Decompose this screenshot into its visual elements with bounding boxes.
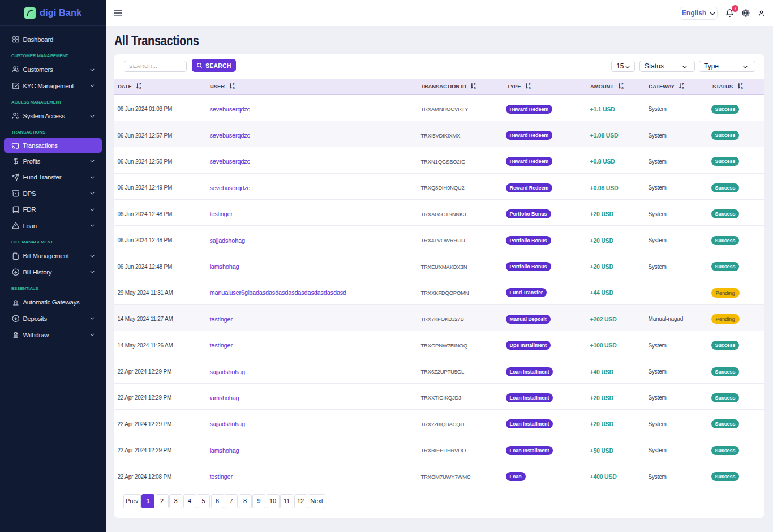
svg-text:a: a: [233, 86, 235, 89]
svg-text:a: a: [682, 86, 684, 89]
svg-text:a: a: [621, 86, 624, 89]
svg-text:a: a: [474, 86, 476, 89]
svg-text:a: a: [140, 86, 142, 89]
svg-text:a: a: [741, 86, 743, 89]
svg-text:a: a: [529, 86, 531, 89]
